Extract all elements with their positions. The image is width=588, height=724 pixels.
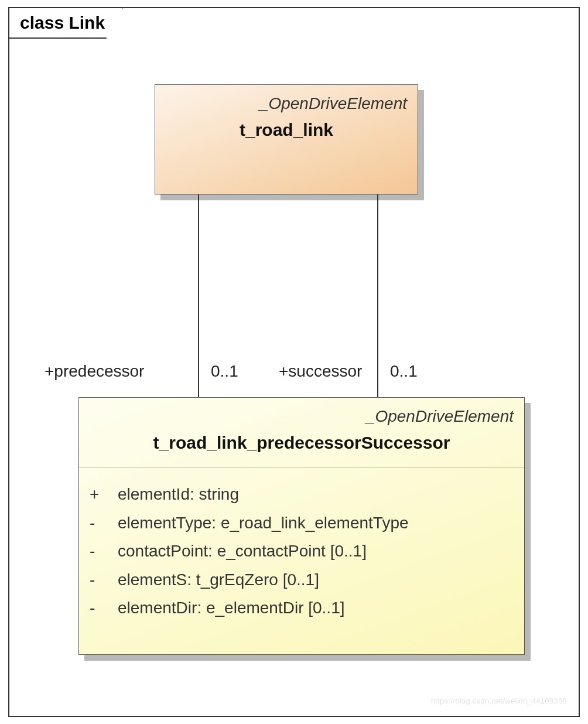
assoc-line-predecessor [198,194,199,397]
attribute-text: elementS: t_grEqZero [0..1] [118,568,319,592]
role-predecessor: +predecessor [45,362,144,381]
attribute-row: + elementId: string [90,483,514,507]
visibility: - [90,539,118,564]
class-t-road-link-predecessor-successor: _OpenDriveElement t_road_link_predecesso… [78,397,525,655]
diagram-frame: class Link _OpenDriveElement t_road_link… [8,7,580,717]
attribute-compartment: + elementId: string - elementType: e_roa… [79,467,524,638]
attribute-text: contactPoint: e_contactPoint [0..1] [118,539,367,564]
stereotype-label: _OpenDriveElement [79,398,524,429]
role-successor: +successor [279,362,362,381]
attribute-row: - elementType: e_road_link_elementType [90,511,514,535]
stereotype-label: _OpenDriveElement [155,85,418,117]
attribute-row: - elementS: t_grEqZero [0..1] [90,568,514,592]
attribute-row: - contactPoint: e_contactPoint [0..1] [90,539,514,564]
attribute-text: elementId: string [118,483,239,507]
visibility: - [90,511,118,535]
class-name: t_road_link [155,117,418,154]
visibility: - [90,568,118,592]
attribute-text: elementType: e_road_link_elementType [118,511,409,535]
mult-predecessor: 0..1 [211,362,238,381]
watermark: https://blog.csdn.net/weixin_44108388 [431,696,567,705]
visibility: + [90,483,118,507]
attribute-row: - elementDir: e_elementDir [0..1] [90,596,514,620]
class-name: t_road_link_predecessorSuccessor [79,429,524,467]
mult-successor: 0..1 [390,362,418,381]
class-t-road-link: _OpenDriveElement t_road_link [155,84,418,194]
visibility: - [90,596,118,620]
frame-title: class Link [8,7,124,39]
attribute-text: elementDir: e_elementDir [0..1] [118,596,345,620]
assoc-line-successor [377,194,378,397]
